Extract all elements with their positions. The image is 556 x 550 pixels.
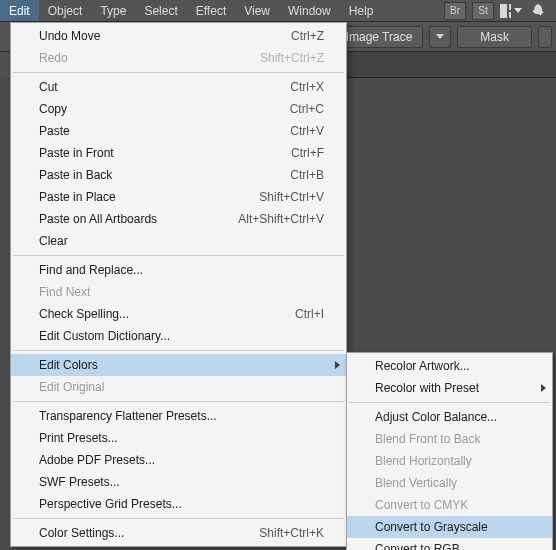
edit-menu-item-label: Paste — [39, 124, 290, 138]
edit-menu-item[interactable]: Transparency Flattener Presets... — [11, 405, 346, 427]
edit-menu-item: RedoShift+Ctrl+Z — [11, 47, 346, 69]
edit-menu-item[interactable]: Paste in BackCtrl+B — [11, 164, 346, 186]
arrange-docs-icon[interactable] — [500, 2, 522, 20]
menu-view[interactable]: View — [235, 0, 279, 21]
edit-colors-item[interactable]: Convert to RGB — [347, 538, 552, 550]
edit-menu-item[interactable]: Paste in FrontCtrl+F — [11, 142, 346, 164]
svg-rect-0 — [500, 4, 507, 18]
image-trace-dropdown[interactable] — [429, 26, 451, 48]
edit-menu-separator — [13, 350, 344, 351]
edit-menu-item[interactable]: Edit Colors — [11, 354, 346, 376]
edit-menu-item-label: Paste in Front — [39, 146, 291, 160]
edit-colors-item-label: Blend Front to Back — [375, 432, 530, 446]
menu-effect[interactable]: Effect — [187, 0, 235, 21]
edit-menu-item[interactable]: CutCtrl+X — [11, 76, 346, 98]
edit-menu-item-label: Color Settings... — [39, 526, 259, 540]
edit-menu-item: Edit Original — [11, 376, 346, 398]
edit-menu-item-label: Paste on All Artboards — [39, 212, 238, 226]
edit-menu-item-label: Edit Colors — [39, 358, 324, 372]
edit-colors-submenu: Recolor Artwork...Recolor with PresetAdj… — [346, 352, 553, 550]
menu-edit[interactable]: Edit — [0, 0, 39, 21]
edit-colors-item[interactable]: Convert to Grayscale — [347, 516, 552, 538]
edit-menu-item-shortcut: Ctrl+B — [290, 168, 324, 182]
image-trace-label: Image Trace — [346, 27, 413, 47]
edit-colors-item[interactable]: Recolor Artwork... — [347, 355, 552, 377]
edit-menu-item-label: Find Next — [39, 285, 324, 299]
edit-colors-item-label: Recolor Artwork... — [375, 359, 530, 373]
edit-menu-item[interactable]: Color Settings...Shift+Ctrl+K — [11, 522, 346, 544]
edit-menu-item[interactable]: Check Spelling...Ctrl+I — [11, 303, 346, 325]
edit-colors-item-label: Recolor with Preset — [375, 381, 530, 395]
edit-menu-item-label: Undo Move — [39, 29, 291, 43]
edit-menu-item-label: Check Spelling... — [39, 307, 295, 321]
svg-rect-2 — [509, 12, 511, 18]
edit-menu-separator — [13, 72, 344, 73]
edit-menu-item[interactable]: Adobe PDF Presets... — [11, 449, 346, 471]
edit-colors-item: Blend Horizontally — [347, 450, 552, 472]
edit-menu-item[interactable]: PasteCtrl+V — [11, 120, 346, 142]
edit-menu-item-label: Find and Replace... — [39, 263, 324, 277]
edit-menu-item-shortcut: Ctrl+V — [290, 124, 324, 138]
edit-menu-item-shortcut: Ctrl+F — [291, 146, 324, 160]
edit-colors-item-label: Convert to RGB — [375, 542, 530, 550]
edit-colors-item-label: Adjust Color Balance... — [375, 410, 530, 424]
edit-colors-item-label: Blend Vertically — [375, 476, 530, 490]
edit-menu-item-shortcut: Shift+Ctrl+V — [259, 190, 324, 204]
edit-menu-item-shortcut: Shift+Ctrl+Z — [260, 51, 324, 65]
chevron-down-icon — [514, 8, 522, 13]
menubar: Edit Object Type Select Effect View Wind… — [0, 0, 556, 22]
menu-object[interactable]: Object — [39, 0, 92, 21]
edit-menu-item[interactable]: Paste on All ArtboardsAlt+Shift+Ctrl+V — [11, 208, 346, 230]
edit-menu-item[interactable]: Undo MoveCtrl+Z — [11, 25, 346, 47]
edit-menu-item-label: Clear — [39, 234, 324, 248]
edit-menu-item[interactable]: Paste in PlaceShift+Ctrl+V — [11, 186, 346, 208]
svg-rect-1 — [509, 4, 511, 10]
edit-menu-item[interactable]: Find and Replace... — [11, 259, 346, 281]
edit-menu-item-label: Edit Original — [39, 380, 324, 394]
edit-menu-dropdown: Undo MoveCtrl+ZRedoShift+Ctrl+ZCutCtrl+X… — [10, 22, 347, 547]
chevron-down-icon — [436, 34, 444, 39]
edit-menu-item-shortcut: Alt+Shift+Ctrl+V — [238, 212, 324, 226]
edit-menu-item[interactable]: Perspective Grid Presets... — [11, 493, 346, 515]
image-trace-button[interactable]: Image Trace — [335, 26, 424, 48]
edit-menu-item[interactable]: Edit Custom Dictionary... — [11, 325, 346, 347]
menu-type[interactable]: Type — [91, 0, 135, 21]
rocket-icon[interactable] — [528, 2, 550, 20]
edit-menu-item-label: Paste in Back — [39, 168, 290, 182]
menu-help[interactable]: Help — [340, 0, 383, 21]
edit-colors-item: Blend Front to Back — [347, 428, 552, 450]
edit-colors-item: Convert to CMYK — [347, 494, 552, 516]
edit-colors-separator — [349, 402, 550, 403]
edit-menu-item[interactable]: CopyCtrl+C — [11, 98, 346, 120]
edit-menu-item-label: Adobe PDF Presets... — [39, 453, 324, 467]
mask-label: Mask — [480, 27, 509, 47]
toolbar-extra-button[interactable] — [538, 26, 552, 48]
menu-window[interactable]: Window — [279, 0, 340, 21]
edit-menu-separator — [13, 255, 344, 256]
edit-menu-separator — [13, 518, 344, 519]
submenu-arrow-icon — [335, 361, 340, 369]
edit-menu-item-shortcut: Shift+Ctrl+K — [259, 526, 324, 540]
menu-select[interactable]: Select — [135, 0, 186, 21]
edit-menu-item-label: Transparency Flattener Presets... — [39, 409, 324, 423]
edit-menu-item[interactable]: SWF Presets... — [11, 471, 346, 493]
edit-colors-item: Blend Vertically — [347, 472, 552, 494]
edit-colors-item[interactable]: Recolor with Preset — [347, 377, 552, 399]
edit-menu-item-label: Cut — [39, 80, 290, 94]
edit-menu-item-label: Print Presets... — [39, 431, 324, 445]
edit-menu-item-shortcut: Ctrl+I — [295, 307, 324, 321]
edit-colors-item-label: Blend Horizontally — [375, 454, 530, 468]
edit-menu-item-label: Copy — [39, 102, 290, 116]
edit-menu-item-label: Perspective Grid Presets... — [39, 497, 324, 511]
edit-menu-item-shortcut: Ctrl+X — [290, 80, 324, 94]
edit-menu-item-label: SWF Presets... — [39, 475, 324, 489]
stock-icon[interactable]: St — [472, 2, 494, 20]
edit-menu-item-label: Edit Custom Dictionary... — [39, 329, 324, 343]
edit-menu-item-label: Redo — [39, 51, 260, 65]
edit-menu-item[interactable]: Clear — [11, 230, 346, 252]
edit-menu-separator — [13, 401, 344, 402]
edit-menu-item[interactable]: Print Presets... — [11, 427, 346, 449]
bridge-icon[interactable]: Br — [444, 2, 466, 20]
mask-button[interactable]: Mask — [457, 26, 532, 48]
edit-colors-item[interactable]: Adjust Color Balance... — [347, 406, 552, 428]
